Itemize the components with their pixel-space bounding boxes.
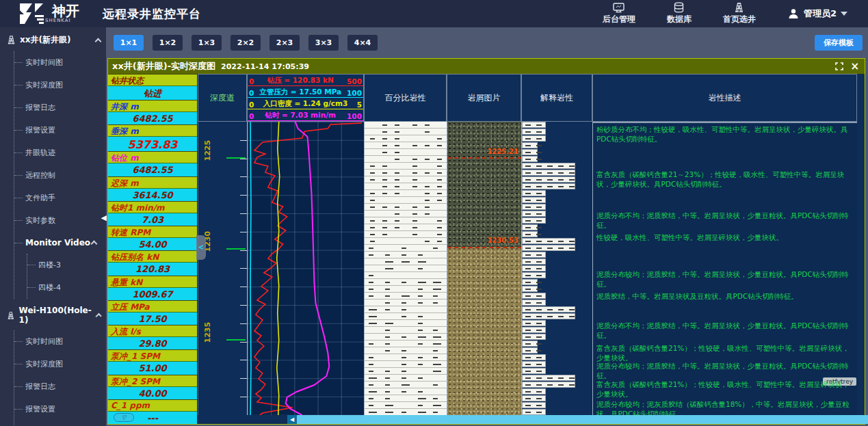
well-node-1[interactable]: Wei-H100(Hole-1)	[0, 299, 106, 330]
interp-row	[522, 197, 592, 204]
interp-row	[522, 122, 592, 129]
parameter-value: 6482.55	[108, 111, 197, 124]
layout-button-4×4[interactable]: 4×4	[347, 35, 378, 51]
lithology-dash	[536, 213, 542, 215]
tree-dash-icon	[14, 409, 23, 410]
lithology-dash	[525, 412, 531, 413]
sidebar-item-实时参数[interactable]: 实时参数	[14, 209, 106, 232]
parameter-value: 1009.67	[108, 287, 197, 300]
curve-name-value: 立管压力 = 17.50 MPa	[259, 88, 341, 97]
interp-row	[522, 265, 592, 272]
lithology-dash	[558, 309, 564, 310]
lithology-dash	[418, 282, 426, 283]
depth-tick-major	[226, 339, 246, 341]
sidebar-item-报警设置[interactable]: 报警设置	[14, 119, 106, 142]
lithology-dash	[525, 234, 531, 235]
sidebar-item-远程控制[interactable]: 远程控制	[14, 164, 106, 187]
interp-row	[522, 149, 592, 156]
well-node-0[interactable]: xx井(新井眼)	[0, 27, 106, 51]
lithology-dash	[547, 248, 553, 249]
lithology-pattern-row	[365, 238, 447, 245]
save-template-button[interactable]: 保存模板	[815, 35, 863, 51]
sidebar-item-井眼轨迹[interactable]: 井眼轨迹	[14, 421, 106, 426]
lithology-dash	[433, 343, 441, 345]
interp-row	[522, 334, 592, 341]
lithology-dash	[370, 200, 375, 201]
lithology-pattern-row	[365, 306, 447, 313]
sidebar-item-monitor-video[interactable]: Monitor Video	[14, 232, 106, 254]
layout-button-1×3[interactable]: 1×3	[192, 35, 222, 51]
nav-database[interactable]: 数据库	[667, 2, 692, 25]
lithology-dash	[402, 248, 406, 249]
lithology-dash	[525, 179, 531, 181]
panel-pull-tab[interactable]: <	[196, 235, 206, 260]
lithology-dash	[536, 323, 542, 324]
lithology-dash	[418, 254, 423, 256]
interp-lithology-block	[522, 341, 538, 347]
lithology-pattern-row	[365, 361, 447, 368]
user-menu[interactable]: 管理员2	[787, 8, 847, 20]
sidebar-item-四楼-4[interactable]: 四楼-4	[27, 276, 106, 299]
lithology-dash	[369, 316, 377, 317]
parameter-转速: 转速 RPM54.00	[108, 226, 197, 250]
lithology-description-text: 粉砂质分布不均；性较硬，吸水性、可塑性中等。岩屑呈块状，少量碎块状。具PDC钻头…	[596, 124, 853, 144]
lithology-dash	[412, 213, 417, 215]
interp-lithology-block	[522, 129, 546, 135]
lithology-pattern-row	[365, 388, 447, 395]
lithology-dash	[418, 261, 426, 263]
sidebar-item-报警设置[interactable]: 报警设置	[14, 398, 106, 421]
interp-lithology-block	[522, 238, 575, 244]
scroll-left-icon[interactable]: ◀	[287, 415, 297, 424]
lithology-dash	[369, 377, 377, 379]
interp-row	[522, 286, 592, 293]
sidebar-item-实时时间图[interactable]: 实时时间图	[14, 330, 106, 353]
lithology-dash	[385, 254, 390, 256]
sidebar-item-井眼轨迹[interactable]: 井眼轨迹	[14, 142, 106, 164]
lithology-dash	[425, 159, 430, 160]
sidebar-item-四楼-3[interactable]: 四楼-3	[27, 254, 106, 276]
lithology-dash	[412, 159, 417, 160]
sidebar-item-实时深度图[interactable]: 实时深度图	[14, 353, 106, 375]
sidebar-item-报警日志[interactable]: 报警日志	[14, 375, 106, 398]
layout-button-1×2[interactable]: 1×2	[153, 35, 183, 51]
sidebar-item-实时深度图[interactable]: 实时深度图	[14, 74, 106, 96]
sidebar-item-报警日志[interactable]: 报警日志	[14, 96, 106, 119]
collapse-chevron-icon[interactable]	[95, 313, 102, 320]
parameter-立压: 立压 MPa17.50	[108, 300, 197, 325]
layout-button-1×1[interactable]: 1×1	[114, 35, 144, 51]
interp-lithology-block	[522, 265, 546, 271]
close-icon[interactable]: ×	[850, 62, 859, 71]
collapse-chevron-icon[interactable]	[95, 38, 102, 44]
interp-row	[522, 252, 592, 258]
depth-label: 1225	[203, 152, 212, 161]
parameter-dropdown[interactable]: ▽	[114, 413, 134, 422]
sidebar-item-实时时间图[interactable]: 实时时间图	[14, 51, 106, 74]
layout-button-2×2[interactable]: 2×2	[231, 35, 261, 51]
layout-button-3×3[interactable]: 3×3	[308, 35, 339, 51]
layout-button-2×3[interactable]: 2×3	[269, 35, 300, 51]
collapse-chevron-icon[interactable]	[91, 241, 98, 248]
column-header-cuttings-photo: 岩屑图片	[447, 74, 521, 122]
nav-backend-management[interactable]: 后台管理	[603, 3, 635, 25]
interp-row	[522, 129, 592, 135]
horizontal-scroll-thumb[interactable]	[297, 415, 868, 424]
parameter-value: 3614.50	[108, 188, 197, 201]
lithology-dash	[536, 316, 542, 317]
expand-icon[interactable]	[835, 62, 843, 70]
sidebar-item-label: 实时参数	[25, 215, 55, 226]
parameter-入流: 入流 l/s29.80	[108, 325, 197, 349]
nav-home-well-select[interactable]: 首页选井	[723, 2, 756, 25]
lithology-dash	[525, 377, 531, 379]
parameter-钻压别名: 钻压别名 kN120.83	[108, 250, 197, 275]
sidebar-item-文件助手[interactable]: 文件助手	[14, 187, 106, 209]
lithology-dash	[369, 412, 377, 413]
lithology-dash	[425, 213, 430, 215]
sidebar-collapse-arrow-icon[interactable]: ◀	[101, 213, 107, 222]
lithology-dash	[536, 275, 542, 276]
lithology-dash	[385, 289, 390, 290]
interp-row	[522, 402, 592, 409]
tree-dash-icon	[27, 287, 36, 288]
horizontal-scrollbar[interactable]: ◀ ▶	[287, 415, 868, 424]
lithology-dash	[525, 302, 531, 304]
formation-boundary-line	[447, 157, 521, 159]
